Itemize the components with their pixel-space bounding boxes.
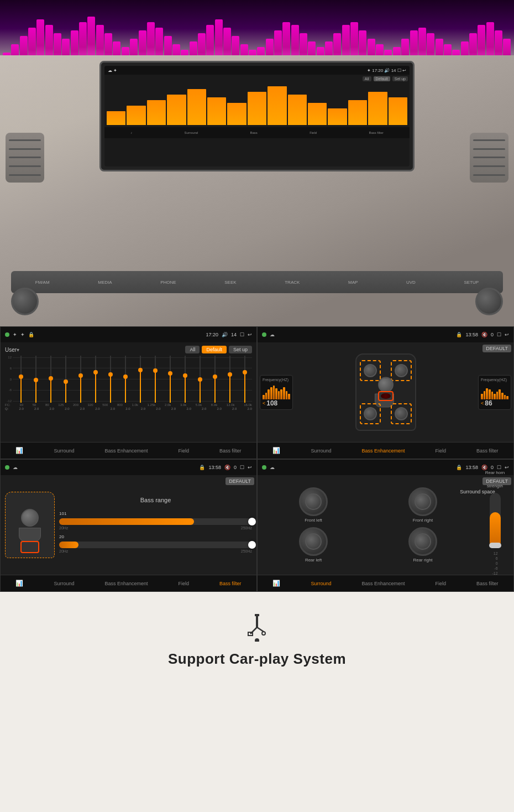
surround-default-badge: DEFAULT	[482, 477, 511, 485]
speaker-panel: ☁ 🔒 13:58 🔇 0 ☐ ↩ DEFAULT Frequency(HZ) …	[257, 326, 514, 459]
surround-lock-icon: 🔒	[456, 465, 462, 470]
bass-battery-val: 0	[234, 465, 237, 470]
rear-right-speaker	[395, 407, 408, 420]
front-right-knob[interactable]	[408, 487, 437, 516]
eq-panel-footer: 📊 Surround Bass Enhancement Field Bass f…	[1, 442, 256, 459]
bass-footer-field-btn[interactable]: Field	[179, 581, 190, 586]
speaker-footer-bassfilter-btn[interactable]: Bass filter	[476, 448, 499, 454]
surround-vertical-slider[interactable]	[490, 493, 501, 548]
setup-button[interactable]: Set up	[229, 346, 252, 353]
eq-bt-icon: ✦	[20, 332, 25, 337]
bass-footer-surround-btn[interactable]: Surround	[54, 581, 74, 586]
vent-left	[6, 133, 44, 183]
surround-footer-field-btn[interactable]: Field	[436, 581, 447, 586]
tune-knob[interactable]	[475, 288, 503, 315]
speaker-window-icon: ☐	[497, 332, 501, 337]
car-top-view-area	[296, 353, 475, 431]
bass-controls-section: Bass range 101 20Hz 250Hz	[59, 497, 252, 553]
svg-rect-1	[256, 616, 258, 627]
bass-min-2: 20Hz	[59, 549, 68, 553]
eq-battery: 14	[231, 332, 237, 337]
panels-section: ✦ ✦ 🔒 17:20 🔊 14 ☐ ↩ User ▾ All Default	[0, 326, 514, 592]
bass-max-1: 250Hz	[241, 526, 252, 530]
status-dot-4	[262, 465, 266, 470]
volume-knob[interactable]	[11, 288, 39, 315]
chevron-down-icon: ▾	[17, 347, 19, 353]
svg-line-2	[250, 627, 257, 634]
usb-icon	[246, 614, 268, 642]
bass-figure-body	[19, 528, 41, 542]
bass-window-icon: ☐	[240, 465, 244, 470]
controls-bar: FM/AMMEDIAPHONESEEKTRACKMAPUVDSETUP	[11, 271, 503, 293]
speaker-volume-icon: 🔇	[481, 332, 487, 337]
eq-lock-icon: 🔒	[28, 332, 34, 337]
eq-header-left: ✦ ✦ 🔒	[5, 332, 34, 337]
footer-surround-btn[interactable]: Surround	[54, 448, 74, 454]
rear-left-knob-inner	[305, 533, 322, 550]
status-dot-3	[5, 465, 9, 470]
speaker-footer-bass-enh-btn[interactable]: Bass Enhancement	[361, 448, 405, 454]
car-outline	[355, 353, 416, 431]
rear-left-knob-wrap: Rear left	[261, 527, 366, 563]
right-freq-label: Frequency(HZ)	[481, 378, 508, 382]
bass-thumb-2[interactable]	[248, 541, 256, 549]
eq-icon-2: 📊	[272, 447, 280, 454]
surround-panel-header: ☁ 🔒 13:58 🔇 0 ☐ ↩	[258, 460, 513, 475]
default-button[interactable]: Default	[202, 346, 227, 353]
bass-footer-bassenh-btn[interactable]: Bass Enhancement	[104, 581, 148, 586]
surround-header-left: ☁	[262, 465, 275, 470]
rear-right-label: Rear right	[413, 558, 432, 563]
speaker-footer-eq-btn[interactable]: 📊	[272, 447, 280, 454]
footer-bass-enh-btn[interactable]: Bass Enhancement	[104, 448, 148, 454]
left-freq-value: 108	[266, 399, 277, 407]
speaker-footer-surround-btn[interactable]: Surround	[311, 448, 331, 454]
footer-field-btn[interactable]: Field	[179, 448, 190, 454]
speaker-footer-field-btn[interactable]: Field	[436, 448, 447, 454]
bass-car-graphic	[5, 492, 55, 558]
front-left-speaker	[364, 364, 377, 377]
eq-bars-icon: 📊	[15, 447, 23, 454]
bass-lock-icon: 🔒	[199, 465, 205, 470]
surround-footer-surround-btn[interactable]: Surround	[311, 581, 331, 586]
bass-header-left: ☁	[5, 465, 18, 470]
svg-point-6	[255, 638, 259, 642]
footer-bassfilter-btn[interactable]: Bass filter	[219, 448, 242, 454]
bass-slider-2[interactable]	[59, 542, 252, 548]
bass-footer-eq-btn[interactable]: 📊	[15, 580, 23, 587]
speaker-panel-content: DEFAULT Frequency(HZ) < 108	[258, 342, 513, 442]
eq-actions: All Default Set up	[185, 346, 252, 353]
svg-line-3	[257, 627, 264, 632]
rear-right-knob-inner	[415, 533, 431, 550]
speaker-header-right: 🔒 13:58 🔇 0 ☐ ↩	[456, 332, 509, 337]
front-right-knob-inner	[415, 493, 431, 510]
right-freq-value: 86	[485, 399, 492, 407]
bass-thumb-1[interactable]	[248, 518, 256, 525]
bass-footer-filter-btn[interactable]: Bass filter	[219, 581, 242, 586]
right-freq-arrow: <	[481, 400, 484, 406]
right-freq-panel: Frequency(HZ) < 86	[478, 375, 511, 410]
front-right-label: Front right	[413, 518, 433, 523]
surround-slider-thumb[interactable]	[489, 543, 501, 548]
bass-panel-footer: 📊 Surround Bass Enhancement Field Bass f…	[1, 575, 256, 591]
surround-panel-footer: 📊 Surround Bass Enhancement Field Bass f…	[258, 575, 513, 591]
support-title: Support Car-play System	[168, 650, 346, 668]
bass-slider-1[interactable]	[59, 518, 252, 525]
surround-footer-bassenh-btn[interactable]: Bass Enhancement	[361, 581, 405, 586]
front-left-knob[interactable]	[299, 487, 328, 516]
eq-time: 17:20	[206, 332, 218, 337]
surround-footer-eq-btn[interactable]: 📊	[272, 580, 280, 587]
footer-eq-btn[interactable]: 📊	[15, 447, 23, 454]
left-freq-label: Frequency(HZ)	[263, 378, 290, 382]
bass-slider-2-row: 20 20Hz 250Hz	[59, 534, 252, 553]
all-button[interactable]: All	[185, 346, 200, 353]
surround-window-icon: ☐	[497, 465, 501, 470]
surround-grid: Front left Front right Rear left	[261, 487, 475, 563]
hero-section: ☁ ✦ ✦ 17:20 🔊 14 ☐ ↩ All Default Set up …	[0, 0, 514, 326]
bass-header-right: 🔒 13:58 🔇 0 ☐ ↩	[199, 465, 252, 470]
usb-icon-container	[246, 614, 268, 642]
rear-right-knob[interactable]	[408, 527, 437, 556]
rear-left-knob[interactable]	[299, 527, 328, 556]
svg-rect-0	[255, 614, 259, 616]
surround-footer-filter-btn[interactable]: Bass filter	[476, 581, 499, 586]
speaker-panel-footer: 📊 Surround Bass Enhancement Field Bass f…	[258, 442, 513, 459]
